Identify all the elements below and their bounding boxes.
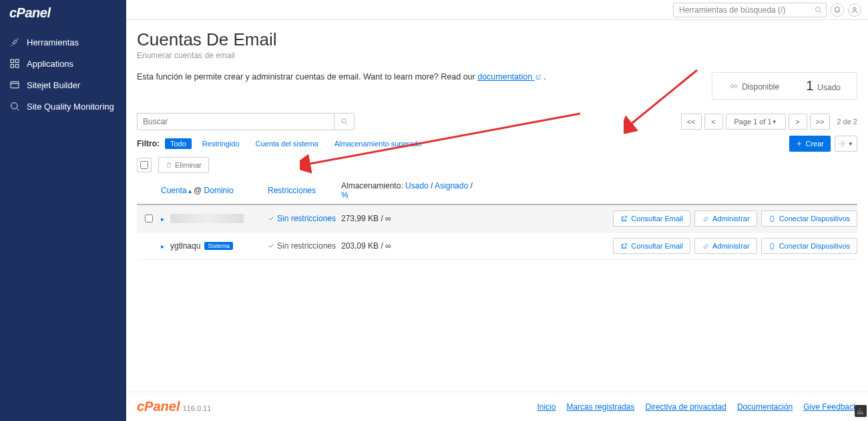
expand-row[interactable]: ▸ [161, 243, 170, 250]
footer-version: 116.0.11 [182, 404, 211, 412]
check-email-button[interactable]: Consultar Email [613, 238, 690, 254]
feedback-widget[interactable] [855, 405, 867, 417]
topbar [126, 0, 868, 20]
intro-text: Esta función le permite crear y administ… [137, 72, 546, 82]
footer: cPanel 116.0.11 Inicio Marcas registrada… [126, 392, 868, 421]
wrench-icon [702, 243, 709, 250]
sidebar-item-quality[interactable]: Site Quality Monitoring [0, 96, 126, 117]
sort-assigned[interactable]: Asignado [435, 181, 468, 190]
pager-next[interactable]: > [789, 114, 807, 130]
filter-restricted[interactable]: Restringido [197, 138, 245, 149]
chart-icon [857, 407, 865, 415]
row-restriction[interactable]: Sin restricciones [268, 214, 341, 223]
pager-last[interactable]: >> [810, 114, 831, 130]
stats-card: Disponible 1 Usado [712, 72, 857, 100]
manage-button[interactable]: Administrar [694, 238, 757, 254]
filter-system[interactable]: Cuenta del sistema [250, 138, 324, 149]
sort-domain[interactable]: Dominio [204, 186, 234, 195]
sort-percent[interactable]: % [341, 190, 349, 200]
check-email-button[interactable]: Consultar Email [613, 210, 690, 227]
svg-rect-1 [15, 59, 19, 63]
create-button[interactable]: Crear [789, 136, 831, 152]
svg-rect-3 [15, 64, 19, 67]
sidebar-item-label: Applications [27, 59, 73, 69]
bell-icon [833, 6, 841, 14]
tools-icon [9, 37, 20, 47]
sidebar-item-sitejet[interactable]: Sitejet Builder [0, 74, 126, 96]
sort-restrictions[interactable]: Restricciones [268, 186, 316, 195]
sort-account[interactable]: Cuenta▴ [161, 186, 192, 195]
select-all-wrap[interactable] [137, 158, 152, 172]
monitor-icon [9, 101, 20, 112]
global-search-input[interactable] [673, 3, 827, 17]
svg-point-6 [815, 7, 820, 11]
svg-rect-4 [11, 82, 19, 88]
svg-rect-2 [11, 64, 14, 67]
sort-used[interactable]: Usado [405, 181, 429, 190]
svg-point-5 [11, 103, 17, 109]
device-icon [769, 215, 776, 223]
footer-logo: cPanel [137, 399, 180, 414]
table-header: Cuenta▴ @ Dominio Restricciones Almacena… [137, 177, 857, 205]
pager: << < Page 1 of 1 ▼ > >> [681, 114, 831, 130]
connect-devices-button[interactable]: Conectar Dispositivos [761, 238, 857, 254]
svg-point-9 [842, 143, 844, 145]
svg-rect-0 [11, 59, 14, 63]
sidebar-item-herramientas[interactable]: Herramientas [0, 31, 126, 53]
filter-over-quota[interactable]: Almacenamiento superado [329, 138, 427, 149]
external-link-icon [620, 215, 628, 223]
external-link-icon [535, 74, 541, 81]
row-account: ygtlnaqu Sistema [170, 241, 268, 251]
builder-icon [9, 80, 20, 90]
stats-available: Disponible [728, 80, 779, 92]
email-table: Cuenta▴ @ Dominio Restricciones Almacena… [137, 177, 857, 260]
sidebar-item-label: Site Quality Monitoring [27, 102, 114, 112]
expand-row[interactable]: ▸ [161, 215, 170, 223]
svg-point-7 [853, 7, 856, 10]
row-checkbox[interactable] [145, 215, 153, 223]
footer-link-home[interactable]: Inicio [537, 402, 556, 412]
table-row: ▸ Sin restricciones 273,99 KB / ∞ Consul… [137, 205, 857, 233]
search-icon[interactable] [813, 5, 824, 15]
row-storage: 203,09 KB / ∞ [341, 241, 475, 251]
external-link-icon [620, 243, 628, 250]
sidebar-item-label: Herramientas [27, 37, 79, 47]
search-icon [341, 118, 349, 126]
delete-button[interactable]: Eliminar [158, 157, 209, 173]
footer-link-feedback[interactable]: Give Feedback [803, 402, 857, 412]
infinity-icon [728, 82, 738, 91]
apps-icon [9, 58, 20, 69]
select-all-checkbox[interactable] [140, 161, 148, 169]
pager-first[interactable]: << [681, 114, 702, 130]
list-search-button[interactable] [335, 113, 355, 130]
footer-link-trademarks[interactable]: Marcas registradas [566, 402, 634, 412]
manage-button[interactable]: Administrar [694, 210, 757, 227]
check-icon [268, 243, 274, 249]
settings-button[interactable]: ▼ [835, 136, 857, 152]
row-storage: 273,99 KB / ∞ [341, 214, 475, 223]
user-menu-button[interactable] [848, 3, 861, 17]
filter-all[interactable]: Todo [165, 138, 192, 149]
table-row: ▸ ygtlnaqu Sistema Sin restricciones 203… [137, 233, 857, 260]
filter-label: Filtro: [137, 139, 160, 148]
documentation-link[interactable]: documentation [477, 72, 541, 82]
footer-link-privacy[interactable]: Directiva de privacidad [646, 402, 726, 412]
trash-icon [166, 162, 172, 168]
wrench-icon [702, 215, 709, 223]
notifications-button[interactable] [831, 3, 844, 17]
connect-devices-button[interactable]: Conectar Dispositivos [761, 210, 857, 227]
plus-icon [796, 140, 803, 147]
user-icon [851, 6, 859, 14]
sidebar-item-applications[interactable]: Applications [0, 53, 126, 74]
brand-logo: cPanel [0, 0, 126, 26]
sidebar-item-label: Sitejet Builder [27, 80, 80, 90]
list-search-input[interactable] [137, 113, 335, 130]
check-icon [268, 215, 274, 222]
row-account [170, 214, 268, 223]
gear-icon [839, 140, 847, 148]
sidebar-nav: Herramientas Applications Sitejet Builde… [0, 26, 126, 117]
pager-page-select[interactable]: Page 1 of 1 ▼ [726, 114, 786, 130]
footer-link-docs[interactable]: Documentación [737, 402, 793, 412]
pager-prev[interactable]: < [704, 114, 723, 130]
row-restriction: Sin restricciones [268, 241, 341, 251]
